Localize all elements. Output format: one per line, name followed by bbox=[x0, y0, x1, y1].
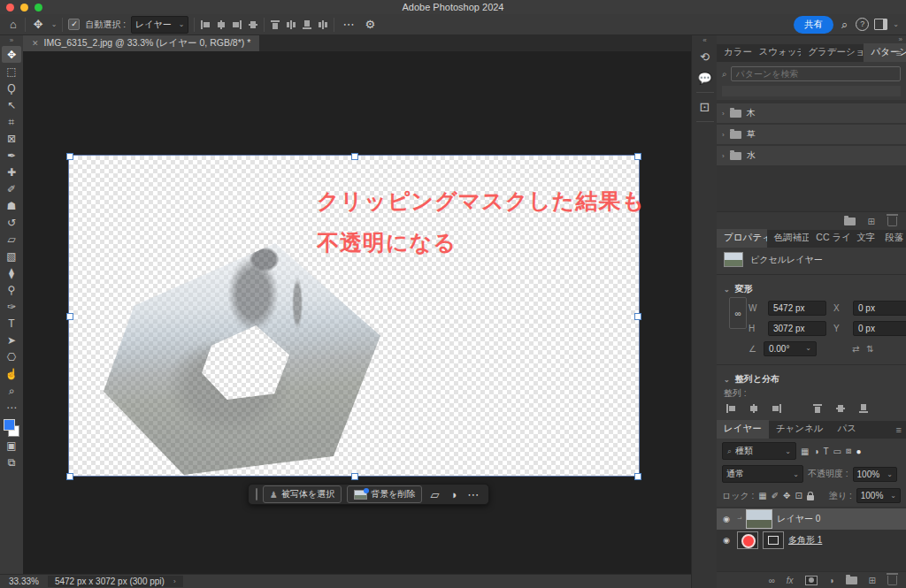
hand-tool-button[interactable]: ☝ bbox=[2, 365, 21, 382]
workspace-icon[interactable] bbox=[874, 19, 887, 30]
collapse-panels-icon[interactable]: « bbox=[703, 35, 706, 46]
blend-mode-dropdown[interactable]: 通常 ⌄ bbox=[722, 465, 803, 483]
align-top-icon[interactable] bbox=[270, 19, 280, 30]
gear-icon[interactable]: ⚙ bbox=[362, 17, 378, 32]
transform-handle-bottom-left[interactable] bbox=[66, 473, 73, 480]
help-icon[interactable]: ? bbox=[856, 18, 869, 31]
type-tool-button[interactable]: T bbox=[2, 315, 21, 332]
quick-mask-button[interactable]: ▣ bbox=[2, 437, 21, 454]
tab-cc-libraries[interactable]: CC ライ bbox=[809, 229, 849, 248]
layer-filter-dropdown[interactable]: ⌕ 種類 ⌄ bbox=[722, 442, 796, 460]
fill-dropdown[interactable]: 100% ⌄ bbox=[856, 488, 901, 503]
link-dimensions-icon[interactable]: ∞ bbox=[729, 297, 747, 329]
auto-select-dropdown[interactable]: レイヤー ⌄ bbox=[131, 16, 188, 34]
zoom-level[interactable]: 33.33% bbox=[9, 577, 39, 586]
transform-handle-bottom-right[interactable] bbox=[634, 473, 641, 480]
filter-toggle-icon[interactable]: ● bbox=[856, 447, 861, 456]
marquee-tool-button[interactable]: ⬚ bbox=[2, 63, 21, 80]
angle-field[interactable]: 0.00° ⌄ bbox=[764, 341, 817, 356]
dodge-tool-button[interactable]: ⚲ bbox=[2, 281, 21, 298]
3d-panel-icon[interactable]: ⚀ bbox=[695, 96, 716, 118]
add-mask-icon[interactable] bbox=[805, 576, 818, 585]
more-options-icon[interactable]: ⋯ bbox=[465, 487, 481, 502]
select-subject-button[interactable]: ♟ 被写体を選択 bbox=[263, 485, 342, 503]
tab-character[interactable]: 文字 bbox=[849, 229, 878, 248]
close-tab-icon[interactable]: ✕ bbox=[32, 39, 39, 48]
filter-type-icon[interactable]: T bbox=[824, 447, 829, 456]
distribute-vertical-icon[interactable] bbox=[248, 19, 258, 30]
opacity-dropdown[interactable]: 100% ⌄ bbox=[853, 467, 897, 482]
align-right-icon[interactable] bbox=[232, 19, 242, 30]
tab-channels[interactable]: チャンネル bbox=[769, 420, 831, 439]
transform-section-header[interactable]: ⌄ 変形 bbox=[717, 278, 906, 297]
align-center-horizontal-icon[interactable] bbox=[216, 19, 226, 30]
lock-artboard-icon[interactable]: ⊡ bbox=[795, 491, 802, 500]
filter-smart-object-icon[interactable]: ⧈ bbox=[846, 446, 851, 456]
pattern-folder-row[interactable]: › 木 bbox=[717, 103, 906, 123]
align-bottom-icon[interactable] bbox=[302, 19, 312, 30]
visibility-eye-icon[interactable]: ◉ bbox=[720, 515, 733, 523]
gradient-tool-button[interactable]: ▧ bbox=[2, 248, 21, 264]
transform-handle-middle-left[interactable] bbox=[66, 313, 73, 320]
transform-handle-bottom-center[interactable] bbox=[351, 473, 358, 480]
new-group-icon[interactable] bbox=[846, 577, 857, 584]
chevron-down-icon[interactable]: ⌄ bbox=[893, 20, 899, 28]
align-center-horizontal-icon[interactable] bbox=[749, 403, 759, 414]
flip-vertical-icon[interactable]: ⇅ bbox=[866, 344, 873, 354]
object-selection-tool-button[interactable]: ↖ bbox=[2, 96, 21, 113]
more-options-icon[interactable]: ⋯ bbox=[340, 17, 357, 32]
lock-transparency-icon[interactable]: ▦ bbox=[758, 491, 766, 500]
eyedropper-tool-button[interactable]: ✒ bbox=[2, 147, 21, 164]
x-field[interactable]: 0 px bbox=[853, 301, 906, 316]
align-right-icon[interactable] bbox=[772, 403, 782, 414]
transform-handle-top-right[interactable] bbox=[634, 153, 641, 160]
lock-paint-icon[interactable]: ✐ bbox=[772, 491, 779, 500]
visibility-eye-icon[interactable]: ◉ bbox=[720, 536, 733, 545]
crop-tool-button[interactable]: ⌗ bbox=[2, 113, 21, 130]
chevron-right-icon[interactable]: › bbox=[722, 131, 725, 139]
lock-position-icon[interactable]: ✥ bbox=[783, 491, 790, 500]
new-pattern-icon[interactable]: ⊞ bbox=[868, 217, 875, 226]
tab-swatches[interactable]: スウォッチ bbox=[752, 43, 802, 62]
align-left-icon[interactable] bbox=[726, 403, 736, 414]
taskbar-grip-handle[interactable] bbox=[256, 488, 257, 500]
filter-pixel-icon[interactable]: ▦ bbox=[801, 447, 809, 456]
transform-image-icon[interactable]: ▱ bbox=[427, 487, 441, 502]
history-brush-tool-button[interactable]: ↺ bbox=[2, 214, 21, 231]
distribute-horizontal-icon[interactable] bbox=[286, 19, 296, 30]
canvas[interactable]: クリッピングマスクした結果も 不透明になる bbox=[69, 156, 639, 476]
layer-row-polygon1[interactable]: ◉ 多角形 1 bbox=[717, 530, 906, 551]
pen-tool-button[interactable]: ✑ bbox=[2, 298, 21, 315]
shape-tool-button[interactable]: ⎔ bbox=[2, 348, 21, 365]
vector-mask-thumbnail[interactable] bbox=[763, 531, 784, 549]
distribute-spacing-icon[interactable] bbox=[318, 19, 328, 30]
tab-adjustments[interactable]: 色調補正 bbox=[767, 229, 810, 248]
adjustment-layer-icon[interactable]: ◑ bbox=[829, 576, 834, 585]
pattern-folder-row[interactable]: › 水 bbox=[717, 146, 906, 165]
layer-thumbnail[interactable] bbox=[746, 509, 772, 529]
panel-menu-icon[interactable]: ≡ bbox=[896, 48, 902, 58]
chevron-right-icon[interactable]: › bbox=[722, 110, 725, 118]
clone-stamp-tool-button[interactable]: ☗ bbox=[2, 197, 21, 214]
zoom-tool-button[interactable]: ⌕ bbox=[2, 382, 21, 399]
history-panel-icon[interactable]: ⟲ bbox=[695, 46, 716, 67]
tab-paragraph[interactable]: 段落 bbox=[878, 229, 906, 248]
document-pasteboard[interactable]: クリッピングマスクした結果も 不透明になる ♟ 被写体を選択 背景を削除 ▱ ◑ bbox=[23, 51, 691, 574]
tab-layers[interactable]: レイヤー bbox=[717, 420, 769, 439]
trash-icon[interactable] bbox=[887, 217, 897, 226]
layer-name[interactable]: 多角形 1 bbox=[788, 534, 822, 546]
panel-menu-icon[interactable]: ≡ bbox=[896, 424, 902, 435]
transform-handle-middle-right[interactable] bbox=[634, 313, 641, 320]
foreground-color-swatch[interactable] bbox=[4, 419, 15, 431]
remove-background-button[interactable]: 背景を削除 bbox=[347, 485, 422, 503]
transform-handle-top-center[interactable] bbox=[351, 153, 358, 160]
color-swatches[interactable] bbox=[3, 419, 20, 437]
y-field[interactable]: 0 px bbox=[853, 321, 906, 336]
width-field[interactable]: 5472 px bbox=[768, 301, 826, 316]
align-top-icon[interactable] bbox=[812, 403, 823, 414]
path-selection-tool-button[interactable]: ➤ bbox=[2, 332, 21, 348]
collapse-toolbar-icon[interactable]: » bbox=[10, 35, 13, 46]
search-icon[interactable]: ⌕ bbox=[839, 17, 850, 32]
pattern-search-input[interactable] bbox=[731, 66, 901, 81]
tab-color[interactable]: カラー bbox=[717, 43, 752, 62]
